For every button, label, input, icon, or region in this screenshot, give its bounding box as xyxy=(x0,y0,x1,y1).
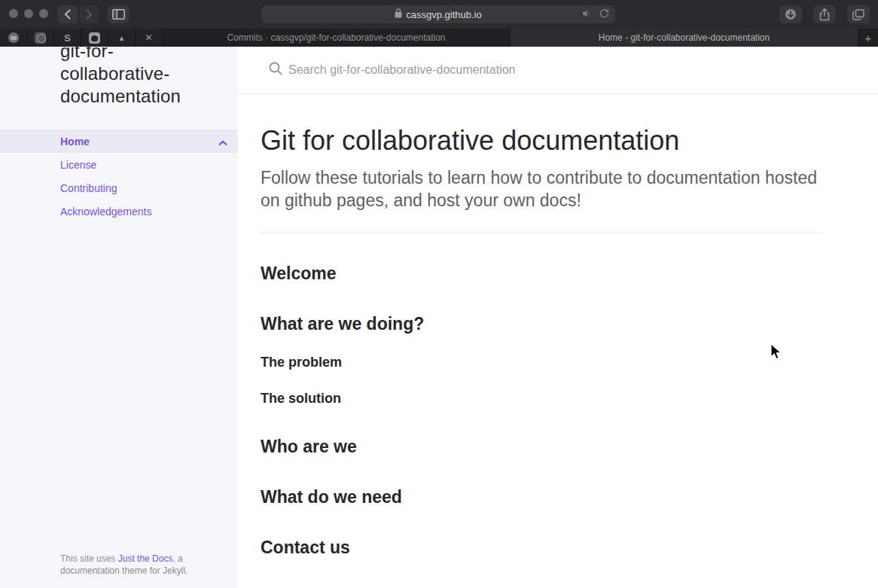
section-heading-welcome: Welcome xyxy=(261,264,822,284)
sidebar-panel-icon xyxy=(112,9,125,20)
swirl-app-icon xyxy=(35,32,46,44)
mouse-cursor xyxy=(770,343,782,363)
pinned-tab-swirl-app[interactable] xyxy=(27,29,54,47)
main-content: Git for collaborative documentation Foll… xyxy=(238,47,878,588)
sidebar-item-license[interactable]: License xyxy=(0,153,238,176)
chevron-up-icon[interactable] xyxy=(218,136,227,148)
sidebar-nav: Home License Contributing Acknowledgemen… xyxy=(0,129,238,223)
close-window-button[interactable] xyxy=(9,9,18,18)
url-text: cassgvp.github.io xyxy=(406,9,481,20)
site-title[interactable]: git-for-collaborative-documentation xyxy=(60,47,218,108)
search-bar xyxy=(238,47,878,94)
just-the-docs-link[interactable]: Just the Docs xyxy=(118,553,173,564)
pinned-tab-x[interactable]: ✕ xyxy=(136,29,163,47)
tab-title: Home - git-for-collaborative-documentati… xyxy=(599,32,770,43)
pinned-tab-video-app[interactable] xyxy=(0,29,27,47)
minimize-window-button[interactable] xyxy=(24,9,33,18)
tab-home[interactable]: Home - git-for-collaborative-documentati… xyxy=(511,29,858,47)
page-subtitle: Follow these tutorials to learn how to c… xyxy=(261,166,822,212)
sidebar-item-home[interactable]: Home xyxy=(0,129,238,153)
section-heading-the-problem: The problem xyxy=(261,355,822,370)
document-body: Git for collaborative documentation Foll… xyxy=(238,126,878,588)
browser-titlebar: cassgvp.github.io xyxy=(0,0,878,29)
pinned-tab-s-app[interactable]: S xyxy=(54,29,81,47)
chevron-right-icon xyxy=(86,9,93,20)
nav-label: License xyxy=(60,159,96,171)
tab-commits[interactable]: Commits · cassgvp/git-for-collaborative-… xyxy=(163,29,511,47)
divider xyxy=(261,233,822,233)
address-bar[interactable]: cassgvp.github.io xyxy=(261,5,615,23)
section-heading-what-are-we-doing: What are we doing? xyxy=(261,314,822,334)
tab-bar: S ▲ ✕ Commits · cassgvp/git-for-collabor… xyxy=(0,29,878,47)
sidebar-footer: This site uses Just the Docs, a document… xyxy=(60,553,200,577)
plus-icon: + xyxy=(865,32,872,44)
share-icon xyxy=(819,8,830,21)
drive-triangle-icon: ▲ xyxy=(118,34,126,42)
s-logo-icon: S xyxy=(64,32,71,44)
pinned-tab-github[interactable] xyxy=(81,29,108,47)
download-icon xyxy=(785,8,797,20)
page-title: Git for collaborative documentation xyxy=(261,126,822,156)
nav-label: Acknowledgements xyxy=(60,206,151,218)
chevron-left-icon xyxy=(64,9,71,20)
section-heading-what-do-we-need: What do we need xyxy=(261,487,822,507)
forward-button[interactable] xyxy=(79,5,99,23)
reload-icon[interactable] xyxy=(599,8,609,21)
tab-title: Commits · cassgvp/git-for-collaborative-… xyxy=(227,32,445,43)
sidebar-item-contributing[interactable]: Contributing xyxy=(0,176,238,200)
pinned-tab-drive[interactable]: ▲ xyxy=(108,29,136,47)
x-icon: ✕ xyxy=(145,32,152,43)
mute-speaker-icon[interactable] xyxy=(582,8,593,21)
page-viewport: git-for-collaborative-documentation Home… xyxy=(0,47,878,588)
back-button[interactable] xyxy=(57,5,78,23)
sidebar-item-acknowledgements[interactable]: Acknowledgements xyxy=(0,200,238,223)
video-app-icon xyxy=(8,32,19,43)
nav-label: Contributing xyxy=(60,182,117,194)
footer-text: This site uses xyxy=(60,553,118,564)
github-icon xyxy=(89,32,100,44)
section-heading-the-solution: The solution xyxy=(261,391,822,407)
search-input[interactable] xyxy=(288,63,710,77)
lock-icon xyxy=(395,8,402,21)
sidebar: git-for-collaborative-documentation Home… xyxy=(0,47,238,588)
nav-label: Home xyxy=(60,136,90,148)
new-tab-button[interactable]: + xyxy=(858,29,878,47)
section-heading-contact-us: Contact us xyxy=(261,538,822,558)
share-button[interactable] xyxy=(813,5,836,23)
sidebar-toggle-button[interactable] xyxy=(108,5,130,23)
search-icon xyxy=(269,62,282,78)
tab-overview-icon xyxy=(852,9,864,20)
section-heading-who-are-we: Who are we xyxy=(261,437,822,457)
zoom-window-button[interactable] xyxy=(39,9,48,18)
tab-overview-button[interactable] xyxy=(847,5,870,23)
window-controls xyxy=(9,9,48,18)
downloads-button[interactable] xyxy=(779,5,802,23)
